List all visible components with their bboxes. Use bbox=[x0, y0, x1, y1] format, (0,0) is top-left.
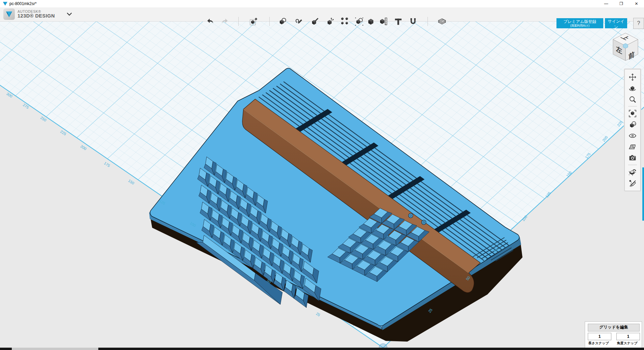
viewport-3d[interactable] bbox=[0, 0, 644, 350]
text-button[interactable] bbox=[393, 17, 403, 27]
premium-label: プレミアム版登録 bbox=[564, 19, 596, 24]
view-cube[interactable]: 上 左 前 bbox=[608, 30, 643, 65]
toolbar-separator bbox=[428, 17, 428, 26]
modify-button[interactable] bbox=[325, 17, 335, 27]
navigation-toolbar bbox=[624, 69, 641, 191]
premium-register-button[interactable]: プレミアム版登録 (商業利用向け) bbox=[556, 18, 603, 28]
viewcube-corner-indicator[interactable] bbox=[623, 43, 628, 49]
app-menu[interactable]: AUTODESK® 123D® DESIGN bbox=[3, 8, 55, 20]
construct-button[interactable] bbox=[310, 17, 320, 27]
redo-button[interactable] bbox=[219, 17, 230, 27]
orbit-button[interactable] bbox=[627, 83, 638, 94]
screenshot-button[interactable] bbox=[627, 152, 638, 163]
help-button[interactable]: ? bbox=[633, 18, 644, 29]
primitives-button[interactable] bbox=[277, 17, 287, 27]
main-toolbar: AUTODESK® 123D® DESIGN bbox=[0, 7, 644, 22]
combine-button[interactable] bbox=[366, 17, 376, 27]
angle-snap-input[interactable] bbox=[616, 333, 640, 340]
brand-text: AUTODESK® 123D® DESIGN bbox=[18, 10, 55, 19]
snap-button[interactable] bbox=[408, 17, 418, 27]
toolbar-separator bbox=[628, 165, 637, 165]
toolbar-separator bbox=[238, 17, 239, 26]
app-window: { "window": { "title": "pc-8001mk2sr*", … bbox=[0, 0, 644, 350]
bottom-edge-bar bbox=[0, 348, 644, 350]
restore-button[interactable]: ❐ bbox=[614, 0, 629, 7]
app-logo-icon bbox=[3, 2, 7, 6]
side-panel-edge[interactable] bbox=[642, 167, 644, 221]
pattern-button[interactable] bbox=[340, 17, 350, 27]
zoom-button[interactable] bbox=[627, 94, 638, 105]
chevron-down-icon[interactable] bbox=[66, 11, 73, 18]
toolbar-separator bbox=[269, 17, 270, 26]
pan-button[interactable] bbox=[627, 71, 638, 83]
minimize-button[interactable]: — bbox=[599, 0, 614, 7]
measure-button[interactable] bbox=[378, 17, 388, 27]
close-button[interactable]: ✕ bbox=[629, 0, 644, 7]
toolbar-separator bbox=[628, 106, 637, 106]
visibility-button[interactable] bbox=[627, 130, 638, 141]
brand-line2: 123D® DESIGN bbox=[18, 13, 55, 19]
window-title: pc-8001mk2sr* bbox=[9, 1, 37, 6]
length-snap-input[interactable] bbox=[588, 333, 611, 340]
angle-snap-label: 角度スナップ bbox=[616, 341, 639, 346]
sketch-visibility-button[interactable] bbox=[627, 178, 638, 189]
titlebar: pc-8001mk2sr* — ❐ ✕ bbox=[0, 0, 644, 7]
transform-move-button[interactable] bbox=[248, 17, 259, 27]
group-button[interactable] bbox=[354, 17, 364, 27]
grid-visibility-button[interactable] bbox=[627, 141, 638, 152]
length-snap-label: 長さスナップ bbox=[587, 341, 610, 346]
shading-button[interactable] bbox=[627, 119, 638, 130]
bottom-edge-segment bbox=[12, 348, 98, 350]
premium-sublabel: (商業利用向け) bbox=[558, 24, 601, 28]
signin-button[interactable]: サインイン bbox=[605, 18, 627, 28]
sketch-button[interactable] bbox=[294, 17, 304, 27]
grid-settings-panel: グリッドを編集 長さスナップ 角度スナップ bbox=[585, 321, 642, 348]
zoom-fit-button[interactable] bbox=[627, 108, 638, 119]
material-button[interactable] bbox=[437, 17, 447, 27]
logo-cube-icon bbox=[3, 8, 15, 20]
edit-grid-button[interactable]: グリッドを編集 bbox=[588, 324, 640, 331]
undo-button[interactable] bbox=[205, 17, 215, 27]
snap-toggle-button[interactable] bbox=[627, 166, 638, 178]
